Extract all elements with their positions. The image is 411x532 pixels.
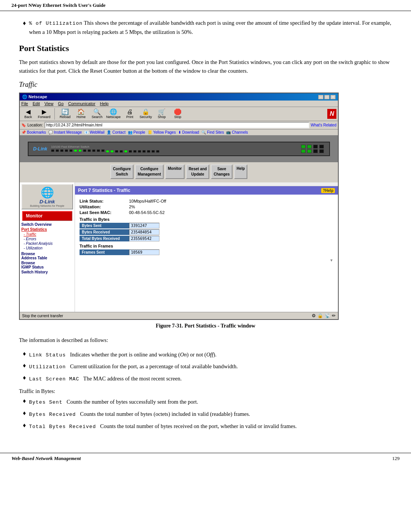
toolbar-reload[interactable]: 🔄 Reload <box>58 109 72 119</box>
monitor-nav-button[interactable]: Monitor <box>165 165 185 179</box>
port-led[interactable] <box>101 149 105 152</box>
uplink-port[interactable] <box>301 149 306 153</box>
ns-content: 🌐 D-Link Building Networks for People Mo… <box>20 182 338 312</box>
switch-port-leds <box>51 149 297 153</box>
help-badge[interactable]: ?Help <box>321 188 335 193</box>
toolbar-print[interactable]: 🖨 Print <box>123 109 137 119</box>
download-item[interactable]: ⬇ Download <box>178 130 199 134</box>
link-status-value: 10Mbps/Half/FC-Off <box>129 199 166 203</box>
sidebar-item-browse-igmp[interactable]: BrowseIGMP Status <box>21 261 73 269</box>
port-led[interactable] <box>92 149 96 152</box>
port-led[interactable] <box>151 150 155 153</box>
uplink-port[interactable] <box>307 149 312 153</box>
port-led-active[interactable] <box>106 150 109 153</box>
reset-update-button[interactable]: Reset andUpdate <box>186 165 210 179</box>
port-led-active[interactable] <box>110 150 114 153</box>
port-led[interactable] <box>60 149 64 152</box>
port-led[interactable] <box>138 150 141 153</box>
maximize-button[interactable]: □ <box>324 95 330 99</box>
toolbar-forward[interactable]: ▶ Forward <box>37 109 51 119</box>
port-led-active[interactable] <box>124 150 127 153</box>
configure-switch-button[interactable]: ConfigureSwitch <box>110 165 134 179</box>
toolbar-back[interactable]: ◀ Back <box>21 109 35 119</box>
uplink-port[interactable] <box>319 145 324 149</box>
port-led[interactable] <box>65 149 68 152</box>
status-icon-4: ✏ <box>332 313 336 318</box>
toolbar-netscape[interactable]: 🌐 Netscape <box>106 109 121 119</box>
minimize-button[interactable]: – <box>318 95 323 99</box>
people-item[interactable]: 👥 People <box>128 130 145 134</box>
last-screen-mac-mono: Last Screen MAC <box>29 376 79 382</box>
port-led[interactable] <box>142 150 146 153</box>
uplink-port[interactable] <box>319 149 324 153</box>
port-led[interactable] <box>51 149 54 152</box>
instant-message-item[interactable]: 💬 Instant Message <box>48 130 82 134</box>
switch-device: D-Link 10/100 Fast Ethernet Switch <box>28 142 330 156</box>
uplink-port[interactable] <box>313 149 318 153</box>
menu-communicator[interactable]: Communicator <box>68 101 96 106</box>
sidebar-item-errors[interactable]: - Errors <box>24 237 73 241</box>
menu-file[interactable]: File <box>21 101 28 106</box>
bytes-sent-value: 3391247 <box>129 223 159 228</box>
port-led[interactable] <box>88 149 91 152</box>
port-led[interactable] <box>129 150 132 153</box>
port-led[interactable] <box>115 150 118 153</box>
forward-icon: ▶ <box>42 109 46 115</box>
monitor-sidebar-button[interactable]: Monitor <box>22 211 72 221</box>
port-led[interactable] <box>97 149 100 152</box>
toolbar-security[interactable]: 🔒 Security <box>139 109 153 119</box>
bookmarks-bar-item[interactable]: 📌 Bookmarks <box>21 130 46 134</box>
sidebar-item-utilization[interactable]: - Utilization <box>24 246 73 250</box>
save-changes-button[interactable]: SaveChanges <box>211 165 232 179</box>
toolbar-shop[interactable]: 🛒 Shop <box>155 109 169 119</box>
port-led-active[interactable] <box>74 149 77 152</box>
toolbar-stop[interactable]: 🛑 Stop <box>171 109 185 119</box>
desc-bullet-sym-5: ♦ <box>23 410 26 419</box>
port-led[interactable] <box>133 150 137 153</box>
port-led[interactable] <box>156 150 159 153</box>
sidebar-item-switch-history[interactable]: Switch History <box>21 270 73 274</box>
port-led[interactable] <box>119 150 123 153</box>
menu-go[interactable]: Go <box>58 101 64 106</box>
menu-help[interactable]: Help <box>100 101 109 106</box>
port-led[interactable] <box>56 149 59 152</box>
toolbar-home[interactable]: 🏠 Home <box>74 109 88 119</box>
whats-related[interactable]: What's Related <box>311 123 337 127</box>
toolbar-search[interactable]: 🔍 Search <box>90 109 104 119</box>
port-led-active[interactable] <box>78 149 82 152</box>
uplink-port[interactable] <box>307 145 312 149</box>
sidebar-item-port-statistics[interactable]: Port Statistics <box>21 227 73 232</box>
print-icon: 🖨 <box>127 109 133 115</box>
configure-management-button[interactable]: ConfigureManagement <box>135 165 164 179</box>
port-leds-bottom <box>106 150 160 153</box>
contact-item[interactable]: 👤 Contact <box>107 130 125 134</box>
toolbar-separator <box>54 108 55 120</box>
sidebar-item-browse-address[interactable]: BrowseAddress Table <box>21 252 73 260</box>
last-seen-mac-label: Last Seen MAC: <box>80 210 129 215</box>
traffic-in-frames-section: Traffic in Frames <box>80 244 333 248</box>
location-input[interactable] <box>45 122 309 128</box>
sidebar-item-switch-overview[interactable]: Switch Overview <box>21 222 73 227</box>
menu-view[interactable]: View <box>45 101 54 106</box>
yellow-pages-item[interactable]: 📒 Yellow Pages <box>148 130 176 134</box>
find-sites-item[interactable]: 🔍 Find Sites <box>201 130 224 134</box>
channels-item[interactable]: 📺 Channels <box>226 130 248 134</box>
netscape-label: Netscape <box>106 115 121 119</box>
sidebar-item-traffic[interactable]: - Traffic <box>24 232 73 236</box>
location-label: Location: <box>27 123 43 127</box>
close-button[interactable]: × <box>330 95 336 99</box>
uplink-port[interactable] <box>301 145 306 149</box>
doc-footer: Web-Based Network Management 129 <box>0 453 411 464</box>
menu-edit[interactable]: Edit <box>33 101 40 106</box>
port-led[interactable] <box>147 150 150 153</box>
port-led[interactable] <box>83 149 86 152</box>
section-heading: Port Statistics <box>19 43 392 53</box>
uplink-port[interactable] <box>313 145 318 149</box>
total-bytes-received-mono: Total Bytes Received <box>29 424 96 430</box>
help-button[interactable]: Help <box>234 165 248 179</box>
sidebar-item-packet-analysis[interactable]: - Packet Analysis <box>24 241 73 246</box>
webmail-item[interactable]: 📧 WebMail <box>84 130 105 134</box>
port-led[interactable] <box>69 149 73 152</box>
forward-label: Forward <box>38 115 50 119</box>
panel-top-space <box>75 182 338 186</box>
